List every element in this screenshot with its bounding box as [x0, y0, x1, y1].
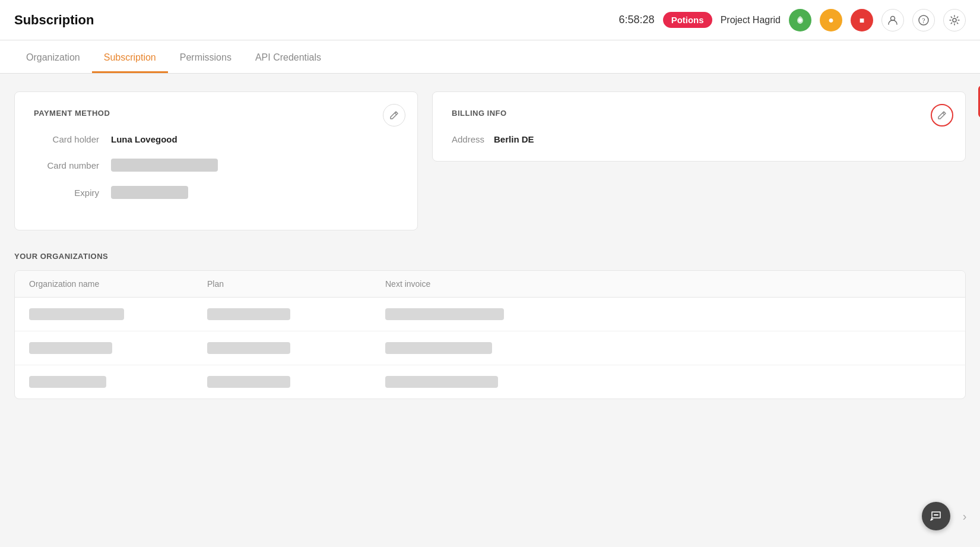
avatar-green[interactable] [789, 9, 811, 31]
table-row [15, 298, 965, 331]
avatar-yellow[interactable]: ● [820, 9, 842, 31]
row2-col3-blurred [385, 342, 492, 354]
row1-col2-blurred [207, 308, 290, 320]
billing-info-title: BILLING INFO [452, 109, 946, 118]
row3-col2-blurred [207, 376, 290, 388]
col-next-invoice: Next invoice [385, 279, 951, 289]
billing-address-row: Address Berlin DE [452, 134, 946, 144]
expiry-row: Expiry [34, 186, 398, 199]
organizations-table: Organization name Plan Next invoice [14, 270, 966, 399]
chat-button[interactable] [922, 502, 950, 530]
page-title: Subscription [14, 12, 94, 28]
payment-method-card: PAYMENT METHOD Card holder Luna Lovegood… [14, 91, 418, 230]
svg-text:?: ? [922, 17, 925, 25]
col-plan: Plan [207, 279, 385, 289]
tab-api-credentials[interactable]: API Credentials [243, 52, 333, 73]
header-actions: 6:58:28 Potions Project Hagrid ● ■ ? [619, 9, 966, 31]
card-number-row: Card number [34, 159, 398, 172]
project-name: Project Hagrid [721, 15, 781, 26]
organizations-title: YOUR ORGANIZATIONS [14, 252, 966, 261]
svg-point-4 [953, 18, 956, 22]
nav-tabs: Organization Subscription Permissions AP… [0, 40, 980, 74]
table-row [15, 331, 965, 365]
billing-info-card: BILLING INFO Address Berlin DE [432, 91, 966, 162]
settings-icon-btn[interactable] [943, 9, 966, 31]
billing-edit-button[interactable] [931, 104, 953, 127]
payment-method-title: PAYMENT METHOD [34, 109, 398, 118]
cards-row: PAYMENT METHOD Card holder Luna Lovegood… [14, 91, 966, 230]
svg-point-0 [798, 18, 802, 22]
table-header: Organization name Plan Next invoice [15, 271, 965, 298]
col-org-name: Organization name [29, 279, 207, 289]
billing-card-wrapper: BILLING INFO Address Berlin DE [432, 91, 966, 230]
potions-badge[interactable]: Potions [663, 12, 712, 28]
row3-col3-blurred [385, 376, 498, 388]
user-icon-btn[interactable] [881, 9, 904, 31]
table-row [15, 365, 965, 399]
chevron-right-icon[interactable]: › [956, 502, 973, 530]
header: Subscription 6:58:28 Potions Project Hag… [0, 0, 980, 40]
svg-rect-5 [934, 514, 938, 516]
row1-col3-blurred [385, 308, 504, 320]
tab-permissions[interactable]: Permissions [168, 52, 243, 73]
expiry-blurred [111, 186, 188, 199]
card-number-blurred [111, 159, 218, 172]
payment-edit-button[interactable] [383, 104, 405, 127]
card-holder-value: Luna Lovegood [111, 134, 177, 144]
help-icon-btn[interactable]: ? [912, 9, 935, 31]
expiry-label: Expiry [34, 188, 111, 198]
card-holder-label: Card holder [34, 134, 111, 144]
billing-address-label: Address [452, 134, 484, 144]
card-number-label: Card number [34, 160, 111, 170]
timer-display: 6:58:28 [619, 14, 655, 26]
tab-subscription[interactable]: Subscription [92, 52, 168, 73]
organizations-section: YOUR ORGANIZATIONS Organization name Pla… [14, 252, 966, 399]
main-content: PAYMENT METHOD Card holder Luna Lovegood… [0, 74, 980, 417]
row2-col1-blurred [29, 342, 112, 354]
row1-col1-blurred [29, 308, 124, 320]
billing-address-value: Berlin DE [494, 134, 534, 144]
row3-col1-blurred [29, 376, 106, 388]
row2-col2-blurred [207, 342, 290, 354]
card-holder-row: Card holder Luna Lovegood [34, 134, 398, 144]
avatar-red[interactable]: ■ [851, 9, 873, 31]
tab-organization[interactable]: Organization [14, 52, 92, 73]
